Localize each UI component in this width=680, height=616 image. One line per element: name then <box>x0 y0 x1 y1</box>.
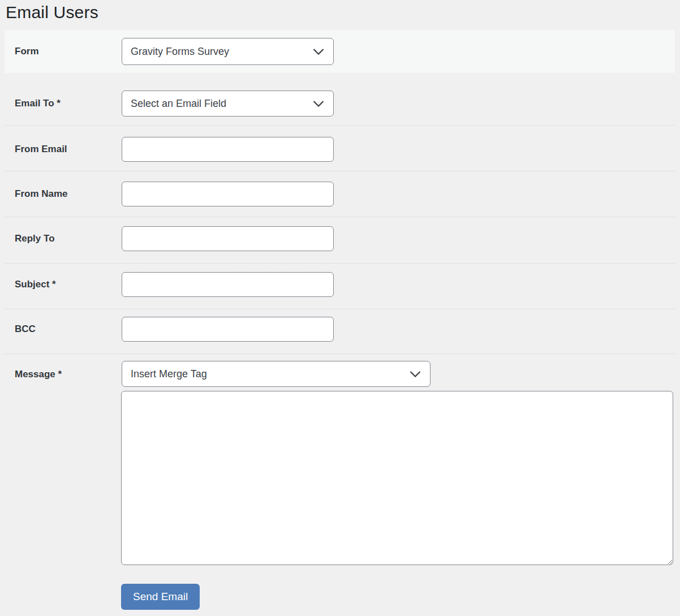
email-to-select[interactable]: Select an Email Field <box>122 91 334 117</box>
reply-to-input[interactable] <box>122 226 334 251</box>
bcc-input[interactable] <box>122 317 334 342</box>
page-title: Email Users <box>6 3 98 22</box>
form-picker-row <box>5 30 675 73</box>
chevron-down-icon <box>313 49 324 55</box>
send-email-button[interactable]: Send Email <box>121 584 200 610</box>
label-subject: Subject * <box>15 279 56 290</box>
chevron-down-icon <box>313 101 324 107</box>
label-form: Form <box>15 46 39 57</box>
label-from-email: From Email <box>15 144 67 155</box>
from-name-input[interactable] <box>122 182 334 206</box>
row-separator <box>5 354 675 354</box>
email-users-page: Email Users Form Gravity Forms Survey Em… <box>0 0 680 616</box>
row-separator <box>5 309 675 309</box>
row-separator <box>5 263 675 264</box>
row-separator <box>5 171 675 171</box>
from-email-input[interactable] <box>122 137 334 162</box>
merge-tag-select[interactable]: Insert Merge Tag <box>122 361 431 387</box>
merge-tag-select-value: Insert Merge Tag <box>122 368 207 380</box>
message-textarea[interactable] <box>121 391 673 565</box>
label-from-name: From Name <box>15 188 68 200</box>
row-separator <box>5 217 675 217</box>
label-email-to: Email To * <box>15 98 61 109</box>
form-select-value: Gravity Forms Survey <box>122 46 229 58</box>
label-message: Message * <box>15 369 62 380</box>
label-reply-to: Reply To <box>15 233 55 244</box>
chevron-down-icon <box>410 371 421 377</box>
row-separator <box>5 125 675 126</box>
subject-input[interactable] <box>122 272 334 297</box>
email-to-select-value: Select an Email Field <box>122 98 226 110</box>
form-select[interactable]: Gravity Forms Survey <box>122 38 334 65</box>
label-bcc: BCC <box>15 324 36 335</box>
